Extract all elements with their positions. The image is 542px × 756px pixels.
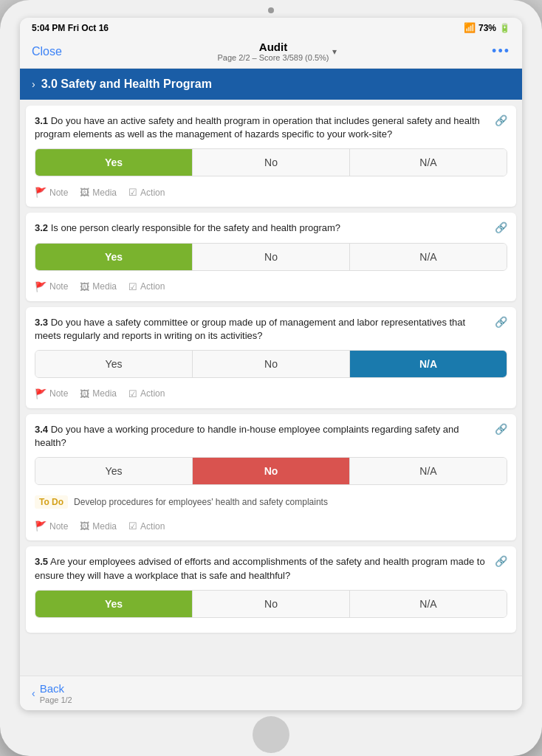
- action-bar-3: 🚩 Note 🖼 Media ☑ Action: [35, 385, 507, 401]
- note-label-2: Note: [49, 281, 68, 292]
- close-button[interactable]: Close: [32, 45, 62, 58]
- media-icon-1: 🖼: [80, 187, 89, 198]
- na-button-5[interactable]: N/A: [350, 591, 507, 617]
- battery-icon: 🔋: [499, 23, 510, 33]
- question-text-4: 3.4 Do you have a working procedure to h…: [35, 423, 495, 450]
- question-row-2: 3.2 Is one person clearly responsible fo…: [35, 221, 507, 235]
- media-icon-3: 🖼: [80, 388, 89, 399]
- no-button-4[interactable]: No: [193, 458, 350, 484]
- na-button-4[interactable]: N/A: [350, 458, 507, 484]
- section-title: 3.0 Safety and Health Program: [41, 78, 212, 91]
- home-button[interactable]: [253, 716, 289, 753]
- device: 5:04 PM Fri Oct 16 📶 73% 🔋 Close Audit P…: [0, 0, 542, 756]
- question-card-5: 3.5 Are your employees advised of effort…: [26, 546, 516, 632]
- note-label-4: Note: [49, 521, 68, 532]
- action-label-3: Action: [140, 388, 165, 399]
- answer-buttons-1: Yes No N/A: [35, 148, 507, 176]
- yes-button-1[interactable]: Yes: [35, 149, 193, 176]
- media-label-2: Media: [92, 281, 117, 292]
- yes-button-5[interactable]: Yes: [35, 591, 193, 617]
- questions-content: 3.1 Do you have an active safety and hea…: [20, 100, 522, 676]
- no-button-2[interactable]: No: [193, 244, 350, 270]
- action-bar-4: 🚩 Note 🖼 Media ☑ Action: [35, 518, 507, 533]
- answer-buttons-3: Yes No N/A: [35, 350, 507, 378]
- answer-buttons-2: Yes No N/A: [35, 243, 507, 271]
- answer-buttons-5: Yes No N/A: [35, 590, 507, 618]
- question-row-3: 3.3 Do you have a safety committee or gr…: [35, 316, 507, 343]
- note-label-1: Note: [49, 188, 68, 198]
- footer[interactable]: ‹ Back Page 1/2: [20, 676, 522, 710]
- note-action-1[interactable]: 🚩 Note: [35, 187, 68, 198]
- note-icon-2: 🚩: [35, 281, 47, 292]
- media-action-2[interactable]: 🖼 Media: [80, 281, 117, 292]
- action-label-1: Action: [140, 188, 165, 198]
- action-icon-3: ☑: [128, 388, 137, 399]
- question-text-1: 3.1 Do you have an active safety and hea…: [35, 114, 495, 141]
- action-action-4[interactable]: ☑ Action: [128, 520, 165, 532]
- no-button-3[interactable]: No: [193, 351, 350, 377]
- na-button-3[interactable]: N/A: [350, 351, 507, 377]
- media-action-1[interactable]: 🖼 Media: [80, 187, 117, 198]
- note-action-3[interactable]: 🚩 Note: [35, 388, 68, 399]
- question-card-3: 3.3 Do you have a safety committee or gr…: [26, 307, 516, 408]
- app-header: Close Audit Page 2/2 – Score 3/589 (0.5%…: [20, 36, 522, 69]
- action-action-1[interactable]: ☑ Action: [128, 187, 165, 198]
- link-icon-1: 🔗: [495, 114, 507, 126]
- status-time: 5:04 PM Fri Oct 16: [32, 23, 109, 33]
- yes-button-2[interactable]: Yes: [35, 244, 193, 270]
- header-title-group: Audit Page 2/2 – Score 3/589 (0.5%): [217, 41, 329, 62]
- note-icon-1: 🚩: [35, 187, 47, 198]
- yes-button-4[interactable]: Yes: [35, 458, 193, 484]
- audit-subtitle: Page 2/2 – Score 3/589 (0.5%): [217, 53, 329, 62]
- wifi-icon: 📶: [464, 22, 476, 33]
- media-label-3: Media: [92, 388, 117, 399]
- link-icon-4: 🔗: [495, 423, 507, 435]
- status-icons: 📶 73% 🔋: [464, 22, 510, 33]
- back-button[interactable]: Back: [40, 682, 64, 695]
- note-icon-4: 🚩: [35, 520, 47, 532]
- action-bar-2: 🚩 Note 🖼 Media ☑ Action: [35, 278, 507, 294]
- link-icon-2: 🔗: [495, 221, 507, 233]
- media-action-3[interactable]: 🖼 Media: [80, 388, 117, 399]
- no-button-5[interactable]: No: [193, 591, 350, 617]
- media-action-4[interactable]: 🖼 Media: [80, 520, 117, 532]
- answer-buttons-4: Yes No N/A: [35, 457, 507, 485]
- action-label-2: Action: [140, 281, 165, 292]
- note-icon-3: 🚩: [35, 388, 47, 399]
- todo-tag-4: To Do: [35, 495, 68, 509]
- header-chevron-icon[interactable]: ▾: [332, 47, 337, 57]
- section-header: › 3.0 Safety and Health Program: [20, 69, 522, 100]
- audit-title: Audit: [217, 41, 329, 53]
- note-action-4[interactable]: 🚩 Note: [35, 520, 68, 532]
- no-button-1[interactable]: No: [193, 149, 350, 176]
- action-bar-1: 🚩 Note 🖼 Media ☑ Action: [35, 184, 507, 199]
- status-bar: 5:04 PM Fri Oct 16 📶 73% 🔋: [20, 18, 522, 36]
- note-action-2[interactable]: 🚩 Note: [35, 281, 68, 292]
- more-button[interactable]: •••: [492, 44, 510, 59]
- section-collapse-icon[interactable]: ›: [32, 78, 35, 90]
- question-card-4: 3.4 Do you have a working procedure to h…: [26, 414, 516, 540]
- action-icon-2: ☑: [128, 281, 137, 292]
- question-row-4: 3.4 Do you have a working procedure to h…: [35, 423, 507, 450]
- action-action-2[interactable]: ☑ Action: [128, 281, 165, 292]
- action-action-3[interactable]: ☑ Action: [128, 388, 165, 399]
- action-icon-4: ☑: [128, 520, 137, 532]
- question-text-5: 3.5 Are your employees advised of effort…: [35, 555, 495, 582]
- media-label-4: Media: [92, 521, 117, 532]
- action-label-4: Action: [140, 521, 165, 532]
- battery-text: 73%: [478, 23, 496, 33]
- media-icon-2: 🖼: [80, 281, 89, 292]
- header-center: Audit Page 2/2 – Score 3/589 (0.5%) ▾: [217, 41, 336, 62]
- link-icon-5: 🔗: [495, 555, 507, 567]
- screen: 5:04 PM Fri Oct 16 📶 73% 🔋 Close Audit P…: [20, 18, 522, 710]
- question-card-1: 3.1 Do you have an active safety and hea…: [26, 106, 516, 207]
- yes-button-3[interactable]: Yes: [35, 351, 193, 377]
- na-button-1[interactable]: N/A: [350, 149, 507, 176]
- link-icon-3: 🔗: [495, 316, 507, 328]
- na-button-2[interactable]: N/A: [350, 244, 507, 270]
- todo-text-4: Develop procedures for employees' health…: [74, 497, 328, 507]
- question-text-3: 3.3 Do you have a safety committee or gr…: [35, 316, 495, 343]
- device-notch: [268, 7, 274, 13]
- note-label-3: Note: [49, 388, 68, 399]
- question-card-2: 3.2 Is one person clearly responsible fo…: [26, 213, 516, 300]
